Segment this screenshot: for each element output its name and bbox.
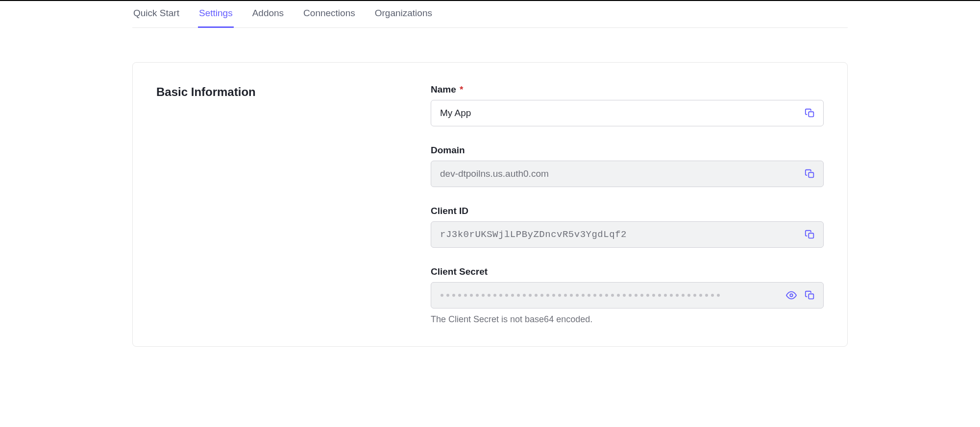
copy-icon[interactable] (803, 167, 817, 181)
svg-rect-2 (808, 233, 813, 238)
svg-rect-0 (808, 112, 813, 117)
svg-point-3 (790, 294, 793, 297)
svg-rect-4 (808, 294, 813, 299)
client-secret-helper: The Client Secret is not base64 encoded. (431, 314, 824, 325)
field-domain: Domain (431, 145, 824, 187)
tab-quick-start[interactable]: Quick Start (132, 1, 180, 28)
required-indicator: * (460, 84, 463, 95)
name-label-text: Name (431, 84, 456, 95)
copy-icon[interactable] (803, 106, 817, 120)
name-input[interactable] (431, 100, 824, 126)
client-secret-input[interactable] (431, 282, 824, 308)
svg-rect-1 (808, 172, 813, 177)
tab-settings[interactable]: Settings (198, 1, 234, 28)
client-id-label: Client ID (431, 206, 824, 216)
field-client-secret: Client Secret (431, 266, 824, 325)
section-title: Basic Information (156, 84, 411, 325)
copy-icon[interactable] (803, 228, 817, 241)
tab-addons[interactable]: Addons (251, 1, 285, 28)
field-name: Name * (431, 84, 824, 126)
client-id-input[interactable] (431, 221, 824, 248)
domain-input[interactable] (431, 161, 824, 187)
tab-connections[interactable]: Connections (302, 1, 356, 28)
field-client-id: Client ID (431, 206, 824, 248)
tab-organizations[interactable]: Organizations (374, 1, 433, 28)
domain-label: Domain (431, 145, 824, 156)
eye-icon[interactable] (784, 288, 798, 302)
basic-info-card: Basic Information Name * (132, 62, 848, 347)
client-secret-label: Client Secret (431, 266, 824, 277)
tabs: Quick Start Settings Addons Connections … (132, 1, 848, 28)
name-label: Name * (431, 84, 824, 95)
copy-icon[interactable] (803, 288, 817, 302)
